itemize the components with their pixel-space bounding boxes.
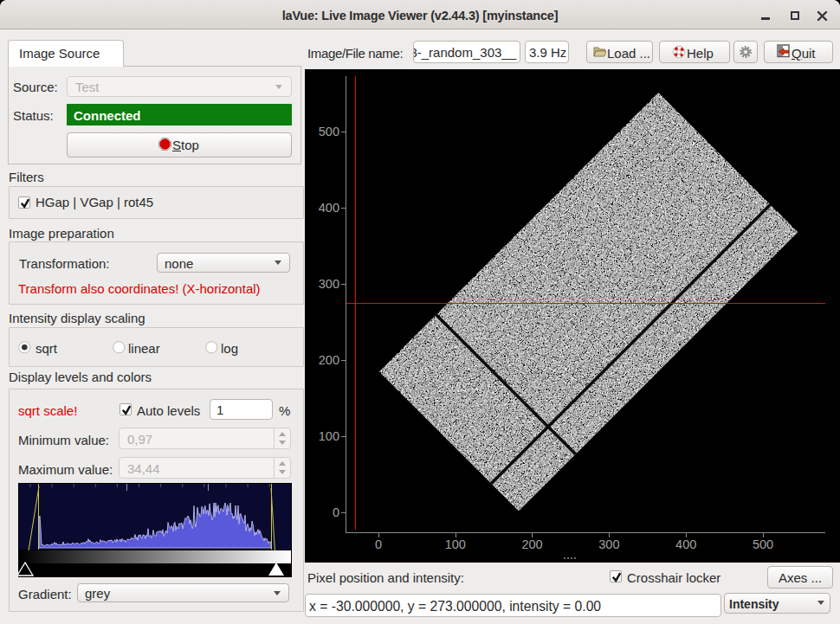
svg-text:300: 300 [319, 277, 339, 291]
svg-text:100: 100 [319, 429, 339, 443]
svg-text:400: 400 [675, 537, 696, 551]
svg-text:100: 100 [445, 537, 466, 551]
svg-text:500: 500 [753, 537, 773, 551]
svg-text:0: 0 [333, 505, 339, 519]
svg-text:300: 300 [598, 537, 619, 551]
svg-text:0: 0 [375, 537, 382, 551]
svg-text:200: 200 [319, 353, 339, 367]
svg-text:500: 500 [319, 125, 339, 138]
svg-text:400: 400 [319, 201, 339, 215]
svg-text:200: 200 [521, 537, 542, 551]
